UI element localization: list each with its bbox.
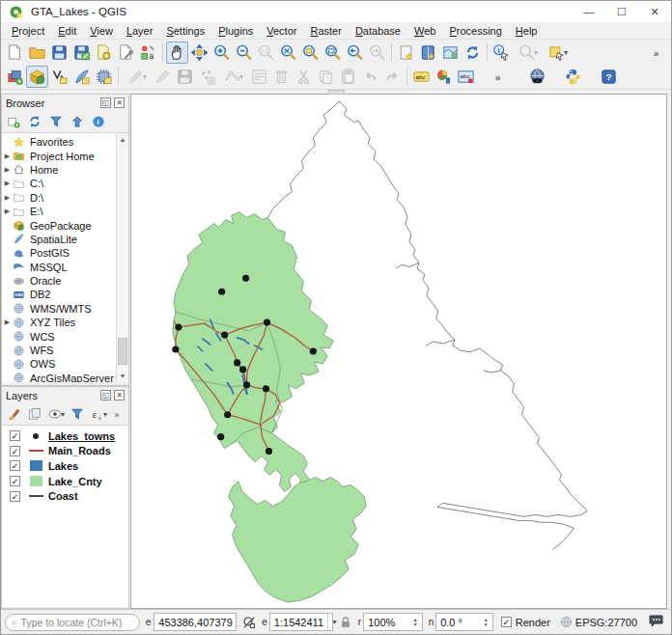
python-console-button[interactable] [562, 66, 584, 88]
menu-raster[interactable]: Raster [303, 23, 348, 39]
new-bookmark-button[interactable] [395, 41, 417, 64]
filter-by-expression-dropdown-arrow[interactable]: ▾ [103, 410, 107, 419]
browser-item-wfs[interactable]: WFS [2, 344, 116, 357]
save-project-as-button[interactable] [70, 41, 93, 64]
open-layer-styling-button[interactable] [4, 404, 23, 424]
scroll-down-arrow[interactable]: ▼ [117, 370, 128, 382]
save-project-button[interactable] [48, 41, 70, 64]
layer-row-main_roads[interactable]: ✓Main_Roads [2, 444, 128, 459]
layer-row-lakes[interactable]: ✓Lakes [2, 458, 128, 474]
data-source-manager-button[interactable] [4, 66, 26, 88]
new-project-button[interactable] [4, 41, 26, 64]
menu-vector[interactable]: Vector [260, 23, 303, 39]
layer-labeling-button[interactable]: abc [410, 66, 433, 88]
browser-item-c[interactable]: ▶C:\ [2, 177, 116, 190]
render-checkbox-group[interactable]: ✓ Render [501, 617, 550, 628]
layout-manager-button[interactable] [115, 41, 137, 64]
layer-row-lakes_towns[interactable]: ✓Lakes_towns [2, 428, 128, 444]
collapse-all-button[interactable] [68, 112, 87, 131]
zoom-to-selection-button[interactable] [299, 41, 322, 64]
new-spatialite-layer-button[interactable] [70, 66, 93, 88]
expand-arrow-icon[interactable]: ▶ [2, 166, 13, 174]
manage-map-themes-button[interactable]: ▾ [46, 404, 66, 424]
scrollbar-thumb[interactable] [118, 338, 127, 365]
rotation-spinner[interactable]: ▲▼ [484, 618, 489, 626]
layers-overflow-button[interactable]: » [110, 404, 129, 424]
menu-layer[interactable]: Layer [120, 23, 160, 39]
toolbar-handle[interactable] [328, 90, 345, 95]
filter-browser-button[interactable] [46, 112, 66, 131]
vertex-tool-dropdown-arrow[interactable]: ▾ [239, 72, 243, 81]
style-manager-button[interactable]: a [137, 41, 159, 64]
layer-visibility-checkbox[interactable]: ✓ [10, 460, 20, 471]
new-geopackage-layer-button[interactable] [26, 66, 48, 88]
layer-row-lake_cnty[interactable]: ✓Lake_Cnty [2, 474, 128, 489]
select-by-value-dropdown-arrow[interactable]: ▾ [534, 48, 538, 57]
expand-arrow-icon[interactable]: ▶ [2, 179, 13, 187]
toggle-extents-icon[interactable] [242, 616, 256, 629]
layer-row-coast[interactable]: ✓Coast [2, 488, 128, 504]
menu-project[interactable]: Project [5, 23, 51, 39]
browser-item-db2[interactable]: DB2DB2 [2, 288, 116, 301]
browser-item-d[interactable]: ▶D:\ [2, 191, 116, 205]
menu-plugins[interactable]: Plugins [211, 23, 260, 39]
crs-status-button[interactable]: EPSG:27700 [560, 616, 637, 628]
expand-arrow-icon[interactable]: ▶ [2, 194, 13, 202]
lock-scale-icon[interactable] [339, 616, 352, 629]
rotation-spinbox[interactable]: 0.0 °▲▼ [435, 613, 493, 631]
scale-combobox[interactable]: 1:1542411▼ [269, 613, 333, 631]
close-button[interactable]: ✕ [638, 1, 671, 22]
browser-float-button[interactable]: ◱ [100, 97, 111, 108]
identify-features-button[interactable]: i [490, 41, 513, 64]
menu-database[interactable]: Database [349, 23, 407, 39]
browser-item-favorites[interactable]: Favorites [2, 135, 116, 149]
browser-item-arcgismapserver[interactable]: ArcGisMapServer [2, 372, 116, 382]
toolbar1-overflow-button[interactable]: » [649, 41, 671, 64]
zoom-to-layer-button[interactable] [322, 41, 344, 64]
browser-item-oracle[interactable]: Oracle [2, 274, 116, 288]
help-button[interactable]: ? [598, 66, 620, 88]
new-shapefile-layer-button[interactable] [48, 66, 70, 88]
labeling-options-button[interactable]: abc [455, 66, 477, 88]
pan-to-selection-button[interactable] [188, 41, 210, 64]
expand-arrow-icon[interactable]: ▶ [2, 207, 13, 215]
refresh-browser-button[interactable] [25, 112, 44, 131]
zoom-in-button[interactable] [210, 41, 233, 64]
browser-item-mssql[interactable]: MSSQL [2, 261, 116, 274]
refresh-map-button[interactable] [462, 41, 484, 64]
zoom-last-button[interactable] [344, 41, 366, 64]
menu-help[interactable]: Help [509, 23, 545, 39]
expand-arrow-icon[interactable]: ▶ [2, 152, 13, 160]
pan-map-button[interactable] [166, 41, 188, 64]
browser-item-xyz-tiles[interactable]: ▶XYZ Tiles [2, 316, 116, 329]
browser-item-ows[interactable]: OWS [2, 357, 116, 371]
menu-edit[interactable]: Edit [51, 23, 83, 39]
menu-processing[interactable]: Processing [442, 23, 508, 39]
browser-item-e[interactable]: ▶E:\ [2, 205, 116, 218]
select-features-button[interactable]: ▾ [543, 41, 573, 64]
browser-item-wcs[interactable]: WCS [2, 329, 116, 343]
filter-legend-button[interactable] [68, 404, 87, 424]
metasearch-button[interactable] [526, 66, 548, 88]
browser-item-home[interactable]: ▶Home [2, 163, 116, 177]
map-canvas[interactable] [130, 94, 667, 609]
scroll-up-arrow[interactable]: ▲ [117, 133, 128, 146]
layer-visibility-checkbox[interactable]: ✓ [10, 446, 20, 456]
menu-web[interactable]: Web [407, 23, 442, 39]
layer-visibility-checkbox[interactable]: ✓ [10, 476, 20, 486]
browser-close-button[interactable]: ✕ [114, 97, 125, 108]
browser-item-geopackage[interactable]: GeoPackage [2, 218, 116, 232]
zoom-out-button[interactable] [233, 41, 255, 64]
show-bookmarks-button[interactable] [417, 41, 439, 64]
manage-map-themes-dropdown-arrow[interactable]: ▾ [61, 410, 65, 419]
add-group-button[interactable] [25, 404, 44, 424]
maximize-button[interactable]: ☐ [605, 1, 638, 22]
new-print-layout-button[interactable] [93, 41, 115, 64]
properties-widget-button[interactable]: i [89, 112, 108, 131]
layer-diagram-button[interactable] [433, 66, 455, 88]
zoom-full-button[interactable] [277, 41, 299, 64]
browser-item-postgis[interactable]: PostGIS [2, 246, 116, 260]
current-edits-dropdown-arrow[interactable]: ▾ [143, 72, 147, 81]
minimize-button[interactable]: — [573, 1, 605, 22]
coordinate-input[interactable]: 453386,407379 [154, 613, 237, 631]
